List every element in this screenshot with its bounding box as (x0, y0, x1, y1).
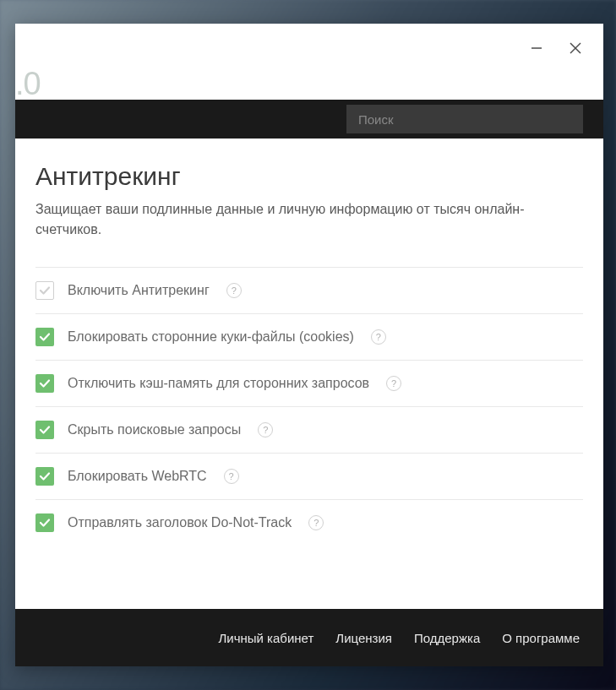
footer-link-account[interactable]: Личный кабинет (218, 631, 313, 645)
minimize-button[interactable] (529, 41, 544, 56)
search-input[interactable] (346, 105, 583, 133)
option-checkbox[interactable] (35, 467, 54, 486)
option-row: Отправлять заголовок Do-Not-Track? (35, 499, 583, 546)
option-label: Отключить кэш-память для сторонних запро… (68, 376, 369, 391)
option-row: Скрыть поисковые запросы? (35, 406, 583, 453)
option-label: Включить Антитрекинг (68, 283, 210, 298)
option-checkbox[interactable] (35, 421, 54, 439)
help-icon[interactable]: ? (258, 422, 273, 437)
option-row: Блокировать WebRTC? (35, 453, 583, 499)
footer-link-about[interactable]: О программе (502, 631, 580, 645)
check-icon (39, 378, 51, 389)
close-button[interactable] (568, 41, 583, 56)
footer-link-support[interactable]: Поддержка (414, 631, 480, 645)
option-label: Скрыть поисковые запросы (68, 422, 241, 437)
close-icon (570, 42, 581, 54)
minimize-icon (531, 42, 542, 54)
option-checkbox[interactable] (35, 328, 54, 346)
footer: Личный кабинет Лицензия Поддержка О прог… (15, 609, 603, 666)
option-checkbox[interactable] (35, 374, 54, 393)
help-icon[interactable]: ? (224, 469, 239, 484)
help-icon[interactable]: ? (226, 283, 242, 298)
option-label: Блокировать сторонние куки-файлы (cookie… (68, 329, 354, 345)
footer-link-license[interactable]: Лицензия (335, 631, 392, 645)
help-icon[interactable]: ? (386, 376, 401, 391)
option-checkbox[interactable] (35, 281, 54, 300)
option-row: Включить Антитрекинг? (35, 267, 583, 313)
check-icon (39, 331, 51, 343)
version-text: .0 (15, 66, 41, 102)
search-bar (15, 100, 603, 139)
option-row: Блокировать сторонние куки-файлы (cookie… (35, 313, 583, 360)
help-icon[interactable]: ? (308, 515, 324, 530)
check-icon (39, 285, 51, 296)
titlebar: .0 (15, 24, 603, 100)
option-row: Отключить кэш-память для сторонних запро… (35, 360, 583, 406)
check-icon (39, 470, 51, 482)
option-checkbox[interactable] (35, 513, 54, 532)
option-label: Отправлять заголовок Do-Not-Track (68, 515, 292, 530)
page-title: Антитрекинг (35, 162, 583, 191)
help-icon[interactable]: ? (371, 329, 386, 345)
check-icon (39, 517, 51, 529)
content-area: Антитрекинг Защищает ваши подлинные данн… (15, 139, 603, 609)
app-window: .0 Антитрекинг Защищает ваши подлинные д… (15, 24, 603, 666)
page-subtitle: Защищает ваши подлинные данные и личную … (35, 199, 583, 240)
option-label: Блокировать WebRTC (68, 469, 207, 484)
check-icon (39, 424, 51, 436)
